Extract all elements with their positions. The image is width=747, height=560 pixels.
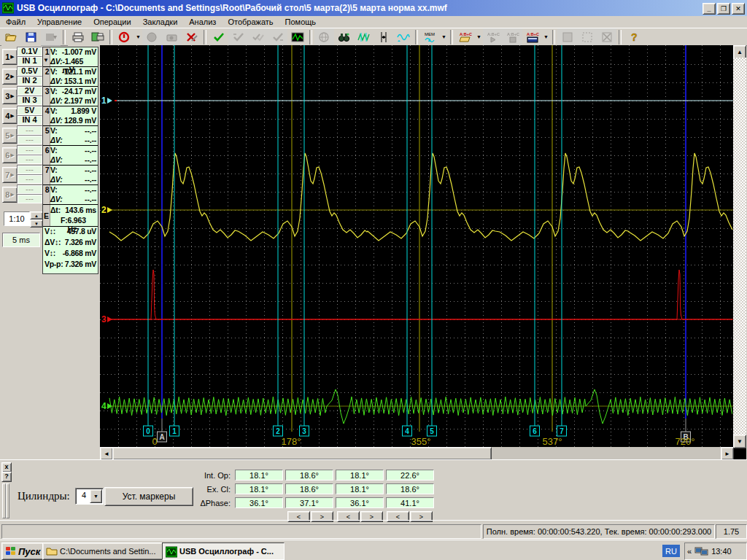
v-value: -121.1 mV: [62, 67, 96, 77]
v-value: --.--: [85, 166, 96, 175]
chevron-down-icon[interactable]: ▼: [90, 489, 102, 503]
cylinders-select[interactable]: 4 ▼: [75, 488, 104, 505]
spin-down-icon[interactable]: ▼: [30, 219, 43, 228]
start-button[interactable]: Пуск: [1, 542, 48, 560]
abc-panel-dropdown[interactable]: ▼: [542, 29, 550, 45]
close-button[interactable]: ✕: [732, 3, 745, 15]
channel-4-input[interactable]: IN 4: [17, 115, 42, 125]
channel-1-marker[interactable]: 1: [101, 96, 107, 106]
globe-gray-icon: [318, 31, 331, 43]
scroll-left-button[interactable]: ◄: [100, 447, 113, 460]
abc-open-button[interactable]: A:B+C: [455, 28, 475, 46]
network-icon[interactable]: [694, 545, 710, 557]
channel-6-range[interactable]: ---: [17, 145, 42, 155]
channel-8-range[interactable]: ---: [17, 184, 42, 194]
save-file-button[interactable]: [21, 28, 41, 46]
minimize-button[interactable]: _: [703, 3, 716, 15]
menu-item-1[interactable]: Управление: [31, 17, 88, 27]
channel-1-input[interactable]: IN 1: [17, 56, 42, 66]
panel-splitter[interactable]: [6, 483, 9, 518]
channel-4-range[interactable]: 5V: [17, 106, 42, 115]
v-label: V:: [50, 146, 58, 155]
degree-label: 720°: [676, 436, 695, 447]
memory-dropdown[interactable]: ▼: [440, 29, 448, 45]
menu-item-3[interactable]: Закладки: [137, 17, 184, 27]
menu-item-6[interactable]: Помощь: [279, 17, 322, 27]
language-indicator[interactable]: RU: [662, 545, 680, 557]
help-button[interactable]: ?: [624, 28, 643, 46]
scroll-right-button[interactable]: ►: [721, 447, 734, 460]
channel-3-marker[interactable]: 3: [101, 314, 107, 324]
channel-1-button[interactable]: 1▶: [2, 49, 18, 65]
probe-ratio-field[interactable]: 1:10: [4, 211, 30, 226]
channel-arrow-icon: ▶: [10, 93, 14, 99]
channel-3-input[interactable]: IN 3: [17, 96, 42, 105]
channel-7-range[interactable]: ---: [17, 165, 42, 174]
signal-scale-button[interactable]: [393, 28, 413, 46]
task-button-0[interactable]: C:\Documents and Settin...: [42, 542, 165, 560]
channel-8-button[interactable]: 8▶: [2, 187, 18, 203]
channel-7-input[interactable]: ---: [17, 174, 42, 184]
print-setup-button[interactable]: [88, 28, 107, 46]
channel-4-marker[interactable]: 4: [101, 401, 107, 411]
channel-2-marker[interactable]: 2: [101, 205, 107, 215]
channel-5-button[interactable]: 5▶: [2, 128, 18, 144]
windows-logo-icon: [5, 546, 17, 556]
channel-4-button[interactable]: 4▶: [2, 108, 18, 124]
memory-button[interactable]: MEM: [420, 28, 440, 46]
channel-1-range[interactable]: 0.1V: [17, 47, 42, 56]
display-mode-button[interactable]: [287, 28, 307, 46]
angle-cell-r0c3: 22.6°: [386, 470, 434, 481]
channel-2-button[interactable]: 2▶: [2, 69, 18, 85]
menu-item-2[interactable]: Операции: [88, 17, 136, 27]
vertical-scrollbar[interactable]: ▲ ▼: [733, 45, 746, 447]
stop-acquisition-dropdown[interactable]: ▼: [134, 29, 142, 45]
channel-3-range[interactable]: 2V: [17, 86, 42, 96]
task-button-1[interactable]: USB Осциллограф - C...: [162, 542, 285, 560]
menu-item-5[interactable]: Отображать: [222, 17, 279, 27]
check-all-button: [248, 28, 268, 46]
restore-button[interactable]: ❐: [717, 3, 730, 15]
channel-5-range[interactable]: ---: [17, 125, 42, 135]
menu-item-4[interactable]: Анализ: [183, 17, 222, 27]
channel-8-input[interactable]: ---: [17, 194, 42, 203]
time-base-field[interactable]: 5 ms: [2, 233, 40, 247]
scroll-down-button[interactable]: ▼: [733, 435, 746, 448]
channel-5-input[interactable]: ---: [17, 135, 42, 144]
apply-check-button[interactable]: [209, 28, 228, 46]
spin-up-icon[interactable]: ▲: [30, 211, 43, 219]
print-button[interactable]: [68, 28, 88, 46]
channel-7-button[interactable]: 7▶: [2, 167, 18, 183]
channel-2-input[interactable]: IN 2: [17, 76, 42, 85]
stop-acquisition-button[interactable]: [115, 28, 134, 46]
channel-6-input[interactable]: ---: [17, 155, 42, 164]
probe-ratio-spinner[interactable]: ▲▼: [30, 211, 42, 226]
svg-text:A:B+C: A:B+C: [507, 32, 519, 36]
erase-button[interactable]: [182, 28, 201, 46]
vertical-cursors-button[interactable]: [374, 28, 393, 46]
channel-6-button[interactable]: 6▶: [2, 147, 18, 163]
tray-chevron-button[interactable]: «: [687, 547, 692, 556]
search-binoculars-button[interactable]: [334, 28, 354, 46]
scroll-thumb[interactable]: [112, 447, 492, 460]
channel-2-range[interactable]: 0.5V: [17, 66, 42, 76]
zoom-globe-button: [314, 28, 334, 46]
record-button: [142, 28, 162, 46]
dv-value: -1.465 mV: [63, 57, 96, 66]
cursor-flag-label: 1: [172, 427, 177, 435]
wave-markers-button[interactable]: [354, 28, 374, 46]
floppy-icon: [25, 31, 38, 43]
panel-close-button[interactable]: x: [1, 462, 12, 472]
dv-value: 2.197 mV: [64, 96, 96, 106]
oscilloscope-display: 01234567AB0178°355°537°720°1234: [100, 45, 733, 447]
scroll-track[interactable]: [733, 58, 746, 435]
abc-open-dropdown[interactable]: ▼: [475, 29, 483, 45]
red-cross-icon: [185, 31, 198, 43]
horizontal-scrollbar[interactable]: ◄ ►: [100, 447, 733, 459]
toolbar-separator: [309, 30, 312, 44]
abc-panel-button[interactable]: A:B+C: [522, 28, 542, 46]
open-file-button[interactable]: [1, 28, 21, 46]
panel-help-button[interactable]: ?: [1, 472, 12, 482]
channel-3-button[interactable]: 3▶: [2, 88, 18, 104]
menu-item-0[interactable]: Файл: [0, 17, 31, 27]
